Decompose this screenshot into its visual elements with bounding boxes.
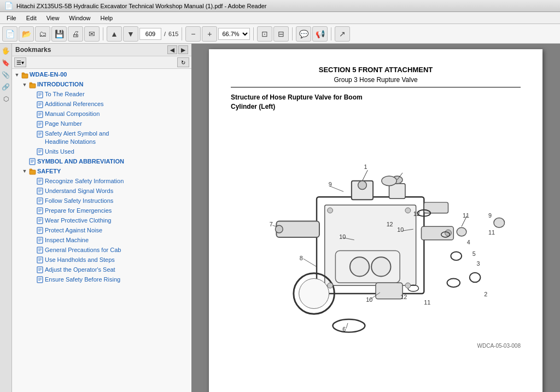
tree-toggle[interactable] — [28, 246, 36, 255]
fit-page-button[interactable]: ⊡ — [257, 26, 272, 42]
bookmark-refresh-button[interactable]: ↻ — [177, 57, 189, 67]
print-button[interactable]: 🖨 — [68, 26, 83, 42]
tree-toggle[interactable] — [28, 187, 36, 196]
svg-point-86 — [299, 278, 329, 308]
tree-toggle[interactable] — [28, 100, 36, 109]
tree-toggle[interactable]: ▼ — [13, 71, 21, 79]
bookmark-item-adjust[interactable]: Adjust the Operator's Seat — [12, 265, 191, 275]
menu-view[interactable]: View — [42, 14, 64, 22]
page-icon — [36, 130, 44, 138]
menu-file[interactable]: File — [2, 14, 21, 22]
tree-toggle[interactable] — [28, 120, 36, 128]
fit-width-button[interactable]: ⊟ — [273, 26, 289, 42]
tree-toggle[interactable] — [28, 130, 36, 138]
tree-toggle[interactable] — [28, 110, 36, 119]
callout-button[interactable]: 📢 — [312, 26, 328, 42]
svg-rect-0 — [22, 74, 28, 78]
tree-toggle[interactable] — [28, 266, 36, 274]
page-icon — [36, 197, 44, 206]
tree-toggle[interactable] — [28, 236, 36, 245]
bookmark-item-inspect[interactable]: Inspect Machine — [12, 236, 191, 245]
bookmark-item-intro[interactable]: ▼ INTRODUCTION — [12, 80, 191, 90]
bookmark-label: Ensure Safety Before Rising — [45, 276, 191, 284]
svg-text:5: 5 — [472, 250, 476, 257]
open-button[interactable]: 📂 — [19, 26, 34, 42]
bookmark-item-addref[interactable]: Additional References — [12, 100, 191, 109]
bookmark-item-pagenum[interactable]: Page Number — [12, 119, 191, 129]
bookmark-item-prepare[interactable]: Prepare for Emergencies — [12, 206, 191, 216]
layers-tool-button[interactable]: ⬡ — [1, 94, 11, 104]
comment-button[interactable]: 💬 — [296, 26, 311, 42]
svg-rect-30 — [30, 170, 36, 174]
svg-line-123 — [346, 323, 348, 329]
tree-toggle[interactable] — [28, 197, 36, 206]
tree-toggle[interactable] — [28, 256, 36, 265]
folder-button[interactable]: 🗂 — [35, 26, 50, 42]
tree-toggle[interactable] — [28, 276, 36, 284]
page-icon — [36, 90, 44, 99]
pdf-divider — [231, 87, 521, 87]
next-page-button[interactable]: ▼ — [123, 26, 138, 42]
bookmark-item-recognize[interactable]: Recognize Safety Information — [12, 177, 191, 186]
menu-help[interactable]: Help — [96, 14, 117, 22]
bookmark-item-safety_alert[interactable]: Safety Alert Symbol and Headline Notatio… — [12, 129, 191, 147]
tree-toggle[interactable] — [28, 207, 36, 215]
bookmark-item-wear[interactable]: Wear Protective Clothing — [12, 216, 191, 226]
svg-point-132 — [328, 283, 333, 288]
email-button[interactable]: ✉ — [84, 26, 100, 42]
collapse-all-button[interactable]: ◀ — [167, 45, 177, 54]
bookmark-item-wdae[interactable]: ▼ WDAE-EN-00 — [12, 70, 191, 80]
svg-text:12: 12 — [400, 293, 407, 300]
app-icon: 📄 — [4, 2, 13, 10]
zoom-select[interactable]: 50% 66.7% 75% 100% 125% 150% 200% — [218, 28, 250, 40]
page-icon — [36, 148, 44, 156]
content-area[interactable]: SECTION 5 FRONT ATTACHMENT Group 3 Hose … — [191, 44, 560, 392]
bookmark-item-reader[interactable]: To The Reader — [12, 90, 191, 100]
attachment-tool-button[interactable]: 📎 — [1, 70, 11, 80]
tree-toggle[interactable]: ▼ — [21, 80, 28, 89]
menu-edit[interactable]: Edit — [22, 14, 41, 22]
link-tool-button[interactable]: 🔗 — [1, 82, 11, 92]
bookmark-item-manual[interactable]: Manual Composition — [12, 109, 191, 119]
menu-window[interactable]: Window — [65, 14, 95, 22]
prev-page-button[interactable]: ▲ — [107, 26, 122, 42]
tree-toggle[interactable] — [28, 217, 36, 225]
bookmark-item-handholds[interactable]: Use Handholds and Steps — [12, 255, 191, 265]
separator-2 — [182, 27, 182, 40]
bookmark-item-ensure[interactable]: Ensure Safety Before Rising — [12, 275, 191, 285]
bookmark-item-safety_sec[interactable]: ▼ SAFETY — [12, 167, 191, 177]
svg-rect-87 — [376, 283, 402, 299]
bookmark-item-symbol[interactable]: SYMBOL AND ABBREVIATION — [12, 157, 191, 167]
new-button[interactable]: 📄 — [2, 26, 18, 42]
bookmark-label: Safety Alert Symbol and Headline Notatio… — [45, 130, 191, 147]
bookmark-label: SYMBOL AND ABBREVIATION — [37, 157, 191, 166]
tree-toggle[interactable] — [28, 90, 36, 99]
bookmark-item-protect[interactable]: Protect Against Noise — [12, 226, 191, 236]
svg-point-130 — [328, 208, 333, 213]
tree-toggle[interactable] — [28, 177, 36, 186]
tree-toggle[interactable]: ▼ — [21, 167, 28, 176]
export-button[interactable]: ↗ — [335, 26, 350, 42]
svg-point-96 — [457, 227, 466, 236]
zoom-out-button[interactable]: − — [185, 26, 201, 42]
bookmark-tool-button[interactable]: 🔖 — [1, 58, 11, 68]
expand-all-button[interactable]: ▶ — [178, 45, 188, 54]
tree-toggle[interactable] — [21, 157, 28, 166]
title-bar: 📄 Hitachi ZX135US-5B Hydraulic Excavator… — [0, 0, 560, 12]
tree-toggle[interactable] — [28, 226, 36, 235]
bookmark-item-general[interactable]: General Precautions for Cab — [12, 245, 191, 255]
pdf-group-title: Group 3 Hose Rupture Valve — [231, 76, 521, 84]
separator-4 — [292, 27, 293, 40]
bookmark-item-understand[interactable]: Understand Signal Words — [12, 186, 191, 196]
separator-5 — [331, 27, 331, 40]
bookmark-item-units[interactable]: Units Used — [12, 147, 191, 157]
page-number-input[interactable] — [139, 28, 161, 40]
zoom-in-button[interactable]: + — [202, 26, 217, 42]
hand-tool-button[interactable]: 🖐 — [1, 46, 11, 56]
tree-toggle[interactable] — [28, 148, 36, 156]
page-icon — [36, 246, 44, 255]
bookmark-item-follow[interactable]: Follow Safety Instructions — [12, 196, 191, 206]
save-button[interactable]: 💾 — [51, 26, 67, 42]
svg-point-88 — [332, 319, 365, 332]
bookmark-options-button[interactable]: ☰▾ — [14, 57, 26, 67]
